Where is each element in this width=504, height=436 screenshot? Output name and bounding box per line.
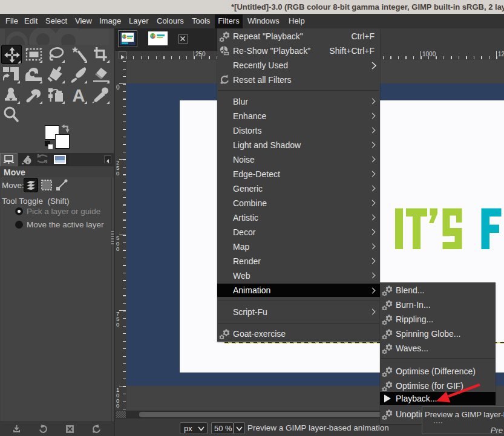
- svg-text:A: A: [73, 86, 85, 105]
